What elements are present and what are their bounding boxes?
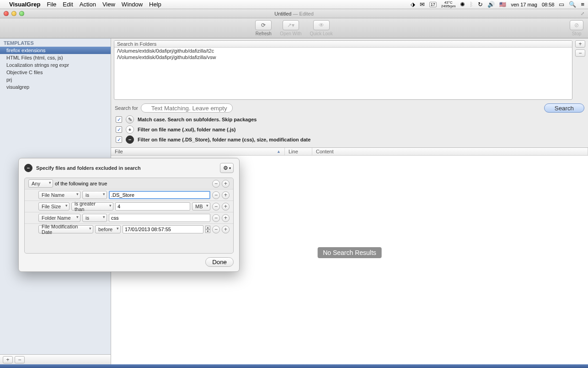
clock-time[interactable]: 08:58 [542,2,555,7]
notifications-icon[interactable]: ≡ [581,1,584,8]
sidebar-item[interactable]: Localization strings reg expr [0,61,111,69]
search-folders-list[interactable]: Search in Folders /Volumes/extdisk/0dafi… [114,40,572,100]
add-rule-button[interactable]: + [222,214,230,222]
search-button[interactable]: Search [544,103,584,113]
rule-value-input[interactable] [115,202,190,211]
match-case-checkbox[interactable]: ✓ [116,116,122,123]
app-name[interactable]: VisualGrep [9,1,40,8]
sidebar-header: TEMPLATES [0,38,111,47]
popover-title: Specify files and folders excluded in se… [36,165,216,171]
remove-rule-button[interactable]: − [212,214,220,222]
no-results-badge: No Search Results [317,247,382,258]
column-content[interactable]: Content [312,148,588,155]
settings-options-icon[interactable]: ✎ [126,115,134,124]
remove-rule-button[interactable]: − [212,191,220,199]
remove-rule-button[interactable]: − [212,203,220,211]
filter-include-checkbox[interactable]: ✓ [116,126,122,133]
close-window-button[interactable] [4,11,9,16]
search-input[interactable] [141,103,233,113]
rule-field-select[interactable]: File Modification Date [38,225,93,233]
filter-text: Filter on file name (.xul), folder name … [138,127,236,132]
rule-field-select[interactable]: File Name [38,191,80,199]
match-mode-select[interactable]: Any [28,179,53,188]
menu-help[interactable]: Help [149,1,161,8]
spotlight-icon[interactable]: 🔍 [569,1,576,8]
exclude-icon: − [24,164,32,172]
done-button[interactable]: Done [205,257,234,267]
add-rule-button[interactable]: + [222,191,230,199]
menu-view[interactable]: View [102,1,115,8]
calendar-icon[interactable]: 17 [429,2,437,7]
window-title: Untitled [274,11,291,16]
toolbar: ⟳ Refresh ↗▾ Open With 👁 Quick Look ⊘ St… [0,18,588,38]
gear-icon: ⚙ [223,165,228,171]
sidebar-item[interactable]: firefox extensions [0,47,111,54]
filter-text: Match case. Search on subfolders. Skip p… [138,117,257,122]
stop-button[interactable]: ⊘ Stop [570,20,583,36]
filter-text: Filter on file name (.DS_Store), folder … [138,137,310,142]
rule-field-select[interactable]: File Size [38,202,69,211]
rule-op-select[interactable]: before [95,225,121,233]
stop-icon: ⊘ [574,22,579,28]
fan-icon[interactable]: ✺ [460,1,465,8]
timemachine-icon[interactable]: ↻ [478,1,483,8]
folder-path[interactable]: /Volumes/extdisk/0dafiprj/github/dafizil… [114,54,572,60]
remove-template-button[interactable]: − [15,356,25,363]
menu-file[interactable]: File [47,1,56,8]
date-stepper[interactable]: ▴▾ [205,226,210,233]
minimize-window-button[interactable] [11,11,16,16]
rule-value-input[interactable] [109,214,210,222]
popover-options-button[interactable]: ⚙▾ [220,163,234,173]
clock-date[interactable]: ven 17 mag [511,2,537,7]
include-icon[interactable]: + [126,125,134,134]
rule-field-select[interactable]: Folder Name [38,214,80,222]
search-label: Search for [115,105,138,111]
add-group-button[interactable]: + [222,180,230,188]
add-rule-button[interactable]: + [222,203,230,211]
results-header: File ▲ Line Content [111,147,588,156]
bluetooth-icon[interactable]: ᛒ [470,1,473,8]
column-file[interactable]: File ▲ [111,148,285,155]
quick-look-button[interactable]: 👁 Quick Look [310,20,333,36]
sidebar-item[interactable]: prj [0,76,111,83]
exclude-rules-popover: − Specify files and folders excluded in … [18,158,240,272]
folders-header: Search in Folders [114,41,572,48]
battery-icon[interactable]: ▭ [559,1,564,8]
menu-window[interactable]: Window [122,1,143,8]
rule-value-input[interactable] [109,191,210,199]
open-with-button[interactable]: ↗▾ Open With [280,20,301,36]
sidebar-item[interactable]: visualgrep [0,83,111,91]
remove-group-button[interactable]: − [212,180,220,188]
remove-folder-button[interactable]: − [575,49,585,57]
rule-unit-select[interactable]: MB [192,202,210,211]
refresh-icon: ⟳ [261,22,266,28]
zoom-window-button[interactable] [19,11,24,16]
add-template-button[interactable]: + [3,356,13,363]
rule-op-select[interactable]: is [82,191,107,199]
refresh-button[interactable]: ⟳ Refresh [255,20,272,36]
fullscreen-button[interactable]: ⤢ [581,11,584,16]
rule-op-select[interactable]: is greater than [71,202,113,211]
sidebar-item[interactable]: HTML Files (html, css, js) [0,54,111,61]
menu-edit[interactable]: Edit [63,1,73,8]
sort-indicator-icon: ▲ [277,149,281,154]
remove-rule-button[interactable]: − [212,226,220,233]
titlebar: Untitled — Edited ⤢ [0,9,588,18]
dropbox-icon[interactable]: ⬗ [411,1,415,8]
exclude-icon[interactable]: − [126,135,134,144]
menubar: VisualGrep File Edit Action View Window … [0,0,588,9]
filter-exclude-checkbox[interactable]: ✓ [116,136,122,143]
input-flag-icon[interactable]: 🇺🇸 [499,1,506,8]
folder-path[interactable]: /Volumes/extdisk/0dafiprj/github/dafizil… [114,48,572,54]
rule-date-input[interactable] [123,225,203,233]
sidebar-item[interactable]: Objective C files [0,69,111,76]
column-line[interactable]: Line [285,148,312,155]
volume-icon[interactable]: 🔊 [487,1,495,8]
add-folder-button[interactable]: + [575,40,585,48]
dock-edge [0,364,588,368]
mail-icon[interactable]: ✉ [420,1,425,8]
add-rule-button[interactable]: + [222,226,230,233]
rule-op-select[interactable]: is [82,214,107,222]
menu-action[interactable]: Action [80,1,96,8]
sidebar-footer: + − [0,354,111,364]
